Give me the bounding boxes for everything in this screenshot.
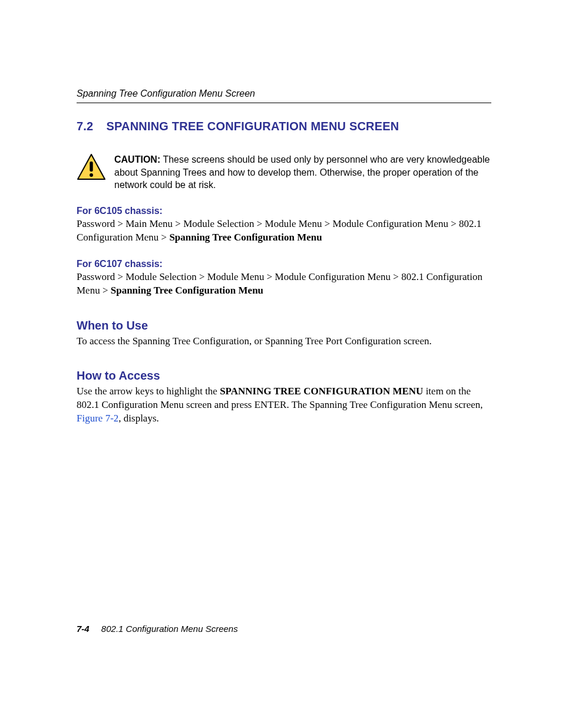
chassis-105-path-bold: Spanning Tree Configuration Menu	[169, 232, 322, 243]
when-to-use-text: To access the Spanning Tree Configuratio…	[77, 335, 491, 348]
chassis-107-path: Password > Module Selection > Module Men…	[77, 271, 491, 298]
section-number: 7.2	[77, 120, 93, 133]
caution-label: CAUTION:	[114, 154, 160, 164]
chassis-107-heading: For 6C107 chassis:	[77, 259, 491, 269]
how-to-access-text: Use the arrow keys to highlight the SPAN…	[77, 385, 491, 426]
header-rule	[77, 103, 491, 103]
page-footer: 7-4 802.1 Configuration Menu Screens	[77, 624, 238, 634]
section-heading: 7.2 SPANNING TREE CONFIGURATION MENU SCR…	[77, 120, 491, 133]
svg-point-2	[90, 173, 93, 177]
when-to-use-heading: When to Use	[77, 319, 491, 332]
running-header: Spanning Tree Configuration Menu Screen	[77, 88, 491, 99]
how-to-access-heading: How to Access	[77, 369, 491, 383]
caution-text: CAUTION: These screens should be used on…	[114, 153, 491, 192]
how-to-access-pre: Use the arrow keys to highlight the	[77, 386, 220, 397]
chassis-105-heading: For 6C105 chassis:	[77, 206, 491, 216]
page-number: 7-4	[77, 624, 90, 634]
chassis-105-path: Password > Main Menu > Module Selection …	[77, 218, 491, 245]
figure-link[interactable]: Figure 7-2	[77, 413, 118, 424]
how-to-access-bold: SPANNING TREE CONFIGURATION MENU	[220, 386, 423, 397]
how-to-access-post: , displays.	[118, 413, 158, 424]
footer-title: 802.1 Configuration Menu Screens	[101, 624, 238, 634]
caution-body: These screens should be used only by per…	[114, 154, 490, 190]
chassis-107-path-bold: Spanning Tree Configuration Menu	[111, 285, 263, 296]
svg-rect-1	[90, 162, 92, 172]
section-title: SPANNING TREE CONFIGURATION MENU SCREEN	[106, 120, 399, 133]
caution-icon	[77, 153, 106, 183]
caution-block: CAUTION: These screens should be used on…	[77, 153, 491, 192]
